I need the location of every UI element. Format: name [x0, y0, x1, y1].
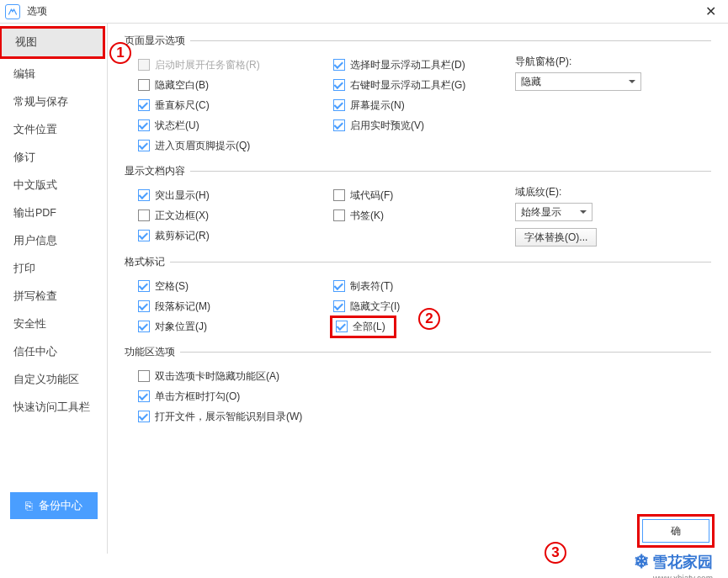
checkbox-label: 隐藏空白(B)	[155, 78, 209, 93]
sidebar-item-revision[interactable]: 修订	[0, 144, 107, 172]
checkbox-screen-tip[interactable]	[333, 99, 345, 111]
font-substitute-button[interactable]: 字体替换(O)...	[515, 228, 597, 247]
group-title: 功能区选项	[125, 345, 175, 359]
checkbox-label: 正文边框(X)	[155, 209, 209, 223]
ok-button[interactable]: 确	[642, 519, 709, 543]
group-ribbon: 功能区选项 双击选项卡时隐藏功能区(A) 单击方框时打勾(O) 打开文件，展示智…	[125, 345, 711, 427]
checkbox-tab[interactable]	[333, 280, 345, 292]
sidebar-item-spellcheck[interactable]: 拼写检查	[0, 283, 107, 310]
checkbox-label: 启动时展开任务窗格(R)	[155, 58, 260, 72]
checkbox-label: 段落标记(M)	[155, 300, 210, 314]
chevron-down-icon	[629, 80, 635, 83]
group-title: 格式标记	[125, 255, 165, 269]
checkbox-vertical-ruler[interactable]	[138, 99, 150, 111]
group-header: 功能区选项	[125, 345, 711, 359]
nav-pane-select[interactable]: 隐藏	[515, 72, 641, 91]
checkbox-label: 进入页眉页脚提示(Q)	[155, 139, 250, 153]
checkbox-label: 全部(L)	[353, 320, 385, 334]
sidebar-item-trust-center[interactable]: 信任中心	[0, 338, 107, 366]
checkbox-label: 书签(K)	[350, 209, 384, 223]
checkbox-label: 制表符(T)	[350, 279, 393, 294]
checkbox-label: 屏幕提示(N)	[350, 98, 405, 113]
select-value: 始终显示	[521, 205, 561, 220]
window-title: 选项	[27, 4, 698, 19]
group-page-display: 页面显示选项 启动时展开任务窗格(R) 隐藏空白(B) 垂直标尺(C) 状态栏(…	[125, 34, 711, 156]
sidebar-item-edit[interactable]: 编辑	[0, 61, 107, 88]
checkbox-space[interactable]	[138, 280, 150, 292]
checkbox-live-preview[interactable]	[333, 119, 345, 131]
checkbox-label: 打开文件，展示智能识别目录(W)	[155, 410, 302, 424]
sidebar-item-print[interactable]: 打印	[0, 255, 107, 283]
sidebar-item-security[interactable]: 安全性	[0, 310, 107, 338]
checkbox-text-border[interactable]	[138, 209, 150, 221]
field-shade-label: 域底纹(E):	[515, 185, 711, 199]
checkbox-startup-taskpane	[138, 59, 150, 71]
checkbox-highlight[interactable]	[138, 189, 150, 201]
button-label: 确	[671, 524, 681, 538]
checkbox-label: 单击方框时打勾(O)	[155, 390, 240, 404]
checkbox-hidden-text[interactable]	[333, 300, 345, 312]
backup-center-button[interactable]: ⎘ 备份中心	[10, 492, 98, 519]
close-button[interactable]: ✕	[698, 2, 723, 22]
group-header: 格式标记	[125, 255, 711, 269]
checkbox-field-code[interactable]	[333, 189, 345, 201]
titlebar: 选项 ✕	[0, 0, 728, 24]
checkbox-float-toolbar-rightclick[interactable]	[333, 79, 345, 91]
group-doc-content: 显示文档内容 突出显示(H) 正文边框(X) 裁剪标记(R) 域代码(F) 书签…	[125, 164, 711, 247]
checkbox-crop-marks[interactable]	[138, 230, 150, 241]
checkbox-label: 选择时显示浮动工具栏(D)	[350, 58, 465, 72]
checkbox-float-toolbar-select[interactable]	[333, 59, 345, 71]
sidebar-item-file-location[interactable]: 文件位置	[0, 116, 107, 144]
backup-icon: ⎘	[25, 499, 32, 512]
sidebar-item-view[interactable]: 视图	[2, 29, 103, 56]
checkbox-label: 对象位置(J)	[155, 320, 207, 334]
checkbox-label: 状态栏(U)	[155, 119, 199, 133]
checkbox-paragraph-mark[interactable]	[138, 300, 150, 312]
main-panel: 页面显示选项 启动时展开任务窗格(R) 隐藏空白(B) 垂直标尺(C) 状态栏(…	[108, 24, 728, 554]
checkbox-object-position[interactable]	[138, 321, 150, 332]
button-label: 字体替换(O)...	[524, 231, 587, 245]
divider	[180, 352, 711, 353]
checkbox-header-footer-tip[interactable]	[138, 140, 150, 151]
group-title: 页面显示选项	[125, 34, 185, 48]
checkbox-label: 突出显示(H)	[155, 188, 210, 203]
app-logo-icon	[5, 4, 20, 19]
checkbox-label: 启用实时预览(V)	[350, 119, 424, 133]
checkbox-label: 裁剪标记(R)	[155, 229, 210, 243]
checkbox-all[interactable]	[336, 321, 348, 332]
checkbox-label: 隐藏文字(I)	[350, 300, 400, 314]
sidebar-item-output-pdf[interactable]: 输出PDF	[0, 199, 107, 227]
divider	[190, 40, 711, 41]
checkbox-hide-blank[interactable]	[138, 79, 150, 91]
sidebar-item-general-save[interactable]: 常规与保存	[0, 88, 107, 116]
divider	[190, 171, 711, 172]
snowflake-icon: ❄	[634, 551, 649, 573]
group-format-marks: 格式标记 空格(S) 段落标记(M) 对象位置(J) 制表符(T) 隐藏文字(I…	[125, 255, 711, 337]
checkbox-bookmark[interactable]	[333, 209, 345, 221]
group-title: 显示文档内容	[125, 164, 185, 178]
watermark-text: 雪花家园	[652, 552, 713, 572]
group-header: 页面显示选项	[125, 34, 711, 48]
checkbox-click-check[interactable]	[138, 390, 150, 402]
watermark: ❄ 雪花家园 www.xhjaty.com	[634, 551, 713, 573]
sidebar-item-user-info[interactable]: 用户信息	[0, 227, 107, 255]
checkbox-label: 双击选项卡时隐藏功能区(A)	[155, 369, 279, 384]
sidebar-item-custom-ribbon[interactable]: 自定义功能区	[0, 366, 107, 394]
sidebar: 视图 编辑 常规与保存 文件位置 修订 中文版式 输出PDF 用户信息 打印 拼…	[0, 24, 108, 554]
field-shade-select[interactable]: 始终显示	[515, 203, 592, 221]
divider	[170, 262, 711, 262]
watermark-url: www.xhjaty.com	[653, 574, 713, 578]
annotation-highlight-ok: 确	[637, 514, 715, 548]
sidebar-item-chinese-layout[interactable]: 中文版式	[0, 172, 107, 199]
checkbox-smart-toc[interactable]	[138, 411, 150, 422]
checkbox-dblclick-hide-ribbon[interactable]	[138, 370, 150, 382]
checkbox-label: 垂直标尺(C)	[155, 98, 210, 113]
checkbox-label: 空格(S)	[155, 279, 189, 294]
checkbox-status-bar[interactable]	[138, 119, 150, 131]
close-icon: ✕	[705, 3, 716, 19]
checkbox-label: 域代码(F)	[350, 188, 393, 203]
select-value: 隐藏	[521, 75, 541, 89]
chevron-down-icon	[580, 210, 587, 214]
checkbox-label: 右键时显示浮动工具栏(G)	[350, 78, 465, 93]
sidebar-item-quick-access[interactable]: 快速访问工具栏	[0, 394, 107, 422]
